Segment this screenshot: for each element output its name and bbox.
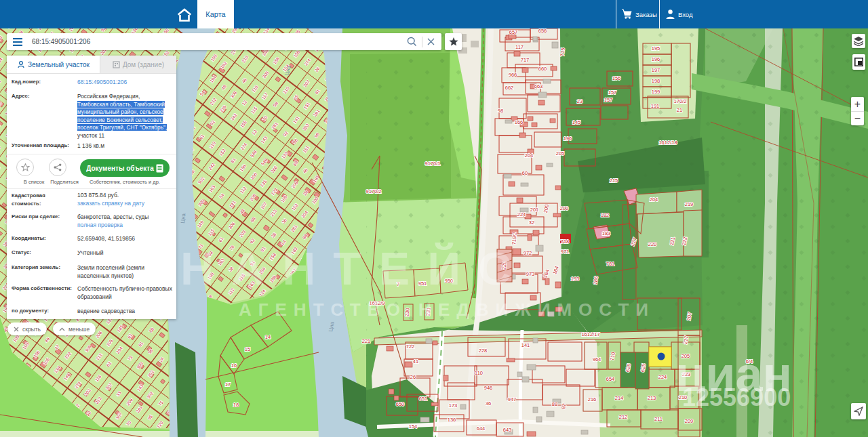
svg-text:201: 201: [530, 207, 539, 213]
svg-text:26: 26: [410, 374, 416, 380]
svg-text:41: 41: [413, 358, 418, 365]
svg-text:651: 651: [419, 396, 428, 402]
svg-text:781: 781: [606, 261, 615, 267]
svg-text:166: 166: [515, 119, 524, 125]
svg-text:16: 16: [231, 362, 237, 369]
svg-text:209: 209: [685, 418, 694, 424]
svg-text:663: 663: [534, 83, 543, 89]
svg-text:224: 224: [517, 211, 526, 217]
svg-text:198: 198: [652, 78, 660, 84]
svg-text:НАНТЕЙС: НАНТЕЙС: [180, 243, 529, 294]
svg-text:644: 644: [477, 425, 486, 432]
svg-text:9170/1: 9170/1: [425, 161, 441, 167]
svg-text:36: 36: [486, 400, 491, 407]
svg-text:205: 205: [556, 150, 565, 157]
svg-text:15: 15: [245, 346, 250, 352]
svg-text:660: 660: [538, 66, 547, 72]
svg-text:173: 173: [449, 402, 458, 409]
svg-text:722: 722: [406, 344, 415, 350]
svg-text:219: 219: [685, 201, 694, 207]
svg-text:21: 21: [677, 107, 682, 113]
svg-text:60: 60: [522, 170, 528, 176]
svg-text:110: 110: [475, 370, 483, 376]
svg-text:654: 654: [606, 376, 615, 382]
svg-text:157: 157: [604, 97, 613, 103]
svg-text:662: 662: [505, 85, 514, 91]
svg-text:195: 195: [652, 45, 660, 51]
svg-text:224: 224: [658, 374, 667, 380]
svg-text:946: 946: [484, 385, 493, 391]
svg-text:23: 23: [577, 98, 583, 104]
svg-text:213: 213: [648, 395, 656, 401]
svg-text:156: 156: [612, 75, 621, 81]
svg-text:204: 204: [525, 152, 534, 159]
svg-text:136: 136: [448, 417, 456, 423]
svg-text:715: 715: [559, 47, 566, 56]
svg-text:1612/18: 1612/18: [658, 140, 677, 146]
svg-text:182: 182: [601, 212, 610, 218]
svg-text:183: 183: [602, 230, 611, 236]
svg-text:221: 221: [362, 338, 371, 344]
svg-text:98: 98: [498, 108, 503, 114]
svg-text:214: 214: [615, 395, 624, 401]
svg-text:216: 216: [588, 396, 597, 402]
svg-text:12556900: 12556900: [682, 383, 791, 411]
svg-text:200: 200: [560, 205, 569, 211]
svg-text:211: 211: [654, 416, 663, 422]
svg-text:212: 212: [619, 414, 628, 420]
svg-text:215: 215: [610, 178, 618, 184]
svg-text:717: 717: [521, 57, 530, 63]
svg-text:32: 32: [529, 220, 534, 226]
svg-text:718: 718: [561, 238, 570, 245]
svg-text:650: 650: [396, 401, 405, 407]
svg-text:1612/17: 1612/17: [581, 331, 599, 337]
svg-text:204: 204: [650, 196, 658, 203]
svg-text:Цна: Цна: [180, 213, 186, 224]
svg-text:117: 117: [515, 44, 524, 50]
svg-text:228: 228: [479, 348, 488, 354]
svg-text:141: 141: [521, 342, 530, 348]
svg-text:656: 656: [538, 28, 547, 34]
svg-text:191: 191: [651, 103, 660, 109]
svg-text:196: 196: [564, 136, 572, 142]
svg-text:157: 157: [608, 89, 617, 96]
svg-text:9170/2: 9170/2: [366, 188, 382, 194]
svg-text:17: 17: [225, 381, 231, 388]
svg-text:971: 971: [561, 249, 570, 255]
svg-text:18: 18: [233, 402, 239, 408]
svg-text:14: 14: [265, 334, 271, 340]
svg-text:145: 145: [572, 119, 581, 125]
svg-text:199: 199: [652, 89, 660, 95]
svg-text:643: 643: [503, 427, 512, 433]
svg-text:947: 947: [508, 396, 517, 402]
svg-text:170/2: 170/2: [674, 98, 687, 104]
svg-text:193: 193: [571, 276, 580, 282]
svg-text:196: 196: [652, 56, 660, 62]
svg-text:197: 197: [652, 67, 660, 73]
svg-text:АГЕНТСТВО НЕДВИЖИМОСТИ: АГЕНТСТВО НЕДВИЖИМОСТИ: [239, 299, 655, 320]
svg-text:220: 220: [648, 241, 657, 247]
svg-text:154: 154: [409, 423, 418, 430]
svg-text:88: 88: [552, 401, 557, 407]
svg-text:964: 964: [593, 356, 601, 362]
svg-text:966: 966: [509, 72, 517, 78]
svg-text:657: 657: [509, 29, 518, 35]
